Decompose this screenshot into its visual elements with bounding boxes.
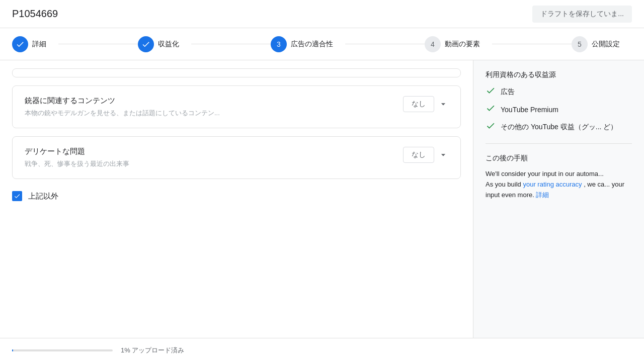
progress-label: 1% アップロード済み bbox=[121, 346, 184, 355]
step-4[interactable]: 4 動画の要素 bbox=[425, 36, 492, 52]
step-1-circle bbox=[12, 36, 28, 52]
step-2-circle bbox=[138, 36, 154, 52]
revenue-item-1: YouTube Premium bbox=[486, 103, 632, 116]
step-5[interactable]: 5 公開設定 bbox=[572, 36, 632, 52]
step-3-circle: 3 bbox=[271, 36, 287, 52]
step-4-circle: 4 bbox=[425, 36, 441, 52]
step-2-label: 収益化 bbox=[158, 40, 179, 49]
next-steps-title: この後の手順 bbox=[486, 154, 632, 163]
revenue-title: 利用資格のある収益源 bbox=[486, 70, 632, 79]
delicate-card-control: なし bbox=[403, 147, 448, 163]
revenue-label-0: 広告 bbox=[501, 87, 515, 97]
progress-bar-container bbox=[12, 349, 113, 351]
step-divider-1 bbox=[58, 44, 138, 44]
step-5-circle: 5 bbox=[572, 36, 588, 52]
step-divider-4 bbox=[492, 44, 572, 44]
delicate-tag-button[interactable]: なし bbox=[403, 147, 434, 163]
step-3[interactable]: 3 広告の適合性 bbox=[271, 36, 345, 52]
step-divider-2 bbox=[191, 44, 271, 44]
firearms-tag-button[interactable]: なし bbox=[403, 96, 434, 112]
partial-card bbox=[12, 68, 461, 77]
delicate-card-text: デリケートな問題 戦争、死、惨事を扱う最近の出来事 bbox=[25, 147, 391, 168]
step-1[interactable]: 詳細 bbox=[12, 36, 58, 52]
progress-bar-fill bbox=[12, 349, 13, 351]
revenue-check-icon-2 bbox=[486, 121, 496, 133]
next-steps-text-2: As you build bbox=[486, 180, 521, 188]
next-steps-text-1: We'll consider your input in our automa.… bbox=[486, 170, 604, 177]
delicate-card-desc: 戦争、死、惨事を扱う最近の出来事 bbox=[25, 159, 391, 168]
other-checkbox[interactable] bbox=[12, 191, 22, 201]
header: P1054669 ドラフトを保存していま... bbox=[0, 0, 644, 28]
right-sidebar: 利用資格のある収益源 広告 YouTube Premium その他の YouTu… bbox=[473, 60, 644, 338]
step-divider-3 bbox=[345, 44, 425, 44]
firearms-card: 銃器に関連するコンテンツ 本物の銃やモデルガンを見せる、または話題にしているコン… bbox=[12, 85, 461, 128]
other-checkbox-label: 上記以外 bbox=[28, 192, 58, 201]
step-4-label: 動画の要素 bbox=[445, 40, 480, 49]
other-checkbox-row: 上記以外 bbox=[12, 187, 461, 205]
left-content: 銃器に関連するコンテンツ 本物の銃やモデルガンを見せる、または話題にしているコン… bbox=[0, 60, 473, 338]
next-steps-text: We'll consider your input in our automa.… bbox=[486, 169, 632, 200]
page-title: P1054669 bbox=[12, 8, 58, 20]
sidebar-divider bbox=[486, 143, 632, 144]
revenue-item-2: その他の YouTube 収益（グッ... ど） bbox=[486, 121, 632, 133]
delicate-chevron-icon[interactable] bbox=[438, 150, 448, 160]
firearms-card-text: 銃器に関連するコンテンツ 本物の銃やモデルガンを見せる、または話題にしているコン… bbox=[25, 96, 391, 118]
step-nav: 詳細 収益化 3 広告の適合性 4 動画の要素 5 公開設定 bbox=[0, 28, 644, 60]
step-5-label: 公開設定 bbox=[592, 40, 620, 49]
revenue-item-0: 広告 bbox=[486, 85, 632, 98]
firearms-chevron-icon[interactable] bbox=[438, 99, 448, 109]
step-2[interactable]: 収益化 bbox=[138, 36, 191, 52]
step-1-label: 詳細 bbox=[32, 40, 46, 49]
firearms-card-desc: 本物の銃やモデルガンを見せる、または話題にしているコンテン... bbox=[25, 109, 391, 118]
revenue-check-icon-1 bbox=[486, 103, 496, 116]
delicate-card-title: デリケートな問題 bbox=[25, 147, 391, 156]
revenue-label-1: YouTube Premium bbox=[501, 106, 558, 114]
revenue-label-2: その他の YouTube 収益（グッ... ど） bbox=[501, 123, 617, 132]
revenue-check-icon-0 bbox=[486, 85, 496, 98]
draft-status: ドラフトを保存していま... bbox=[532, 6, 632, 23]
detail-link[interactable]: 詳細 bbox=[536, 191, 549, 199]
delicate-card: デリケートな問題 戦争、死、惨事を扱う最近の出来事 なし bbox=[12, 136, 461, 179]
main-layout: 銃器に関連するコンテンツ 本物の銃やモデルガンを見せる、または話題にしているコン… bbox=[0, 60, 644, 338]
firearms-card-title: 銃器に関連するコンテンツ bbox=[25, 96, 391, 106]
firearms-card-control: なし bbox=[403, 96, 448, 112]
step-3-label: 広告の適合性 bbox=[291, 40, 333, 49]
your-rating-accuracy-link[interactable]: your rating accuracy bbox=[523, 180, 582, 188]
footer: 1% アップロード済み bbox=[0, 338, 644, 362]
